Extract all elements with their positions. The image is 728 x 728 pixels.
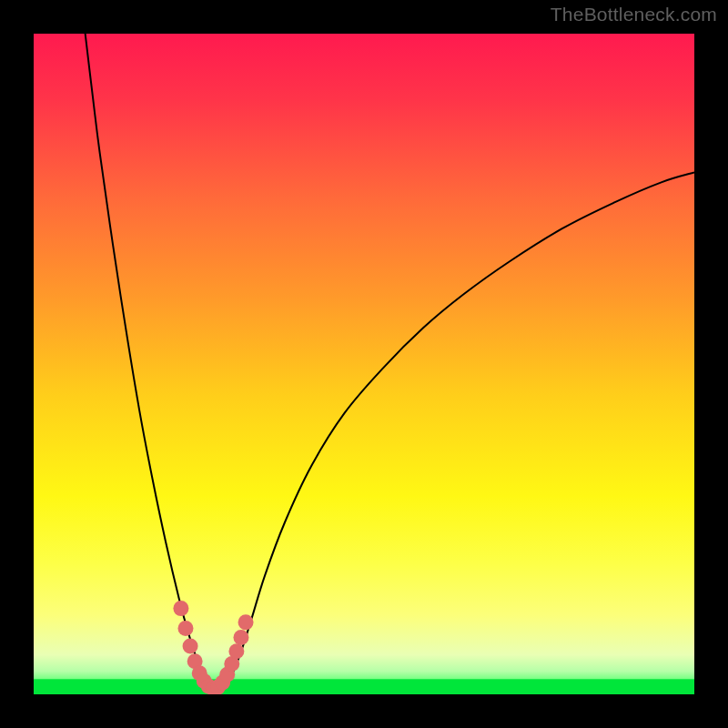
highlight-marker [177,621,193,636]
highlight-marker [238,614,254,630]
highlight-marker [228,643,244,659]
watermark-text: TheBottleneck.com [551,4,717,25]
highlight-marker [233,630,248,645]
gradient-background [34,34,694,694]
outer-frame: TheBottleneck.com [0,0,728,728]
highlight-marker [173,601,188,616]
highlight-marker [183,639,198,654]
plot-svg [34,34,694,694]
plot-area [34,34,694,694]
green-baseline-band [34,679,694,694]
